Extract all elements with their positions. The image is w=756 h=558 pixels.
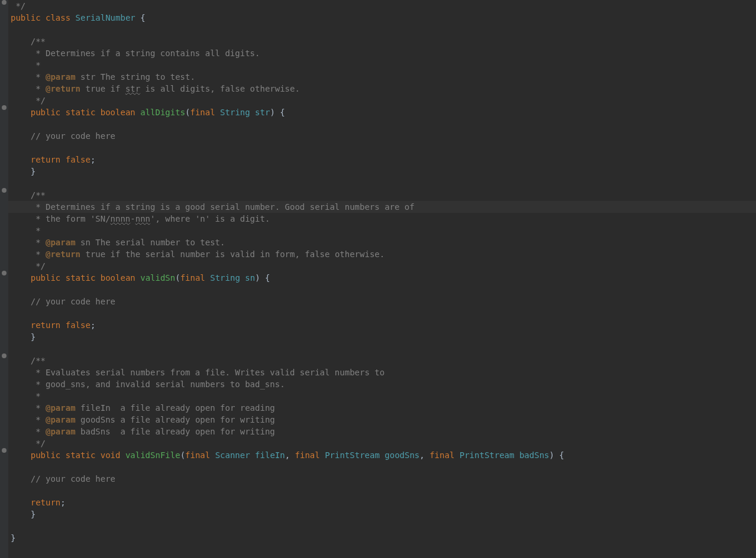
code-token: * [31, 226, 41, 235]
code-line[interactable]: * Determines if a string contains all di… [8, 47, 756, 59]
code-token: /** [31, 356, 46, 365]
code-token: @param [46, 72, 76, 82]
code-token: * Determines if a string is a good seria… [31, 202, 415, 212]
gutter-marker-icon[interactable] [2, 0, 7, 5]
code-line[interactable]: * @param badSns a file already open for … [8, 426, 756, 437]
gutter-marker-icon[interactable] [2, 271, 7, 275]
code-token: str [255, 108, 270, 117]
code-token [135, 108, 140, 117]
code-line[interactable]: * the form 'SN/nnnn-nnn', where 'n' is a… [8, 213, 756, 225]
code-line[interactable]: * @return true if the serial number is v… [8, 248, 756, 260]
code-token: , [285, 450, 295, 460]
code-token: static [66, 273, 96, 283]
code-token: ; [91, 320, 95, 330]
code-token: ; [60, 498, 65, 507]
code-token: ( [175, 273, 180, 283]
code-line[interactable] [8, 284, 756, 296]
code-token [210, 450, 215, 460]
code-line[interactable]: * @param str The string to test. [8, 71, 756, 83]
code-token: is all digits, false otherwise. [140, 84, 300, 93]
code-line[interactable] [8, 520, 756, 532]
code-token: - [130, 214, 135, 223]
code-token [240, 273, 245, 283]
code-line[interactable]: * @return true if str is all digits, fal… [8, 83, 756, 95]
gutter-marker-icon[interactable] [2, 448, 7, 453]
code-line[interactable]: public class SerialNumber { [8, 12, 756, 24]
code-token [120, 450, 125, 460]
code-token: * [31, 415, 46, 424]
code-token: /** [31, 190, 46, 200]
code-line[interactable]: return false; [8, 319, 756, 331]
code-token: badSns a file already open for writing [76, 427, 275, 436]
code-line[interactable]: * [8, 59, 756, 71]
code-line[interactable] [8, 485, 756, 497]
code-line[interactable]: } [8, 532, 756, 544]
code-token: false [66, 320, 91, 330]
code-line[interactable]: * @param goodSns a file already open for… [8, 414, 756, 426]
editor-gutter[interactable] [0, 0, 8, 558]
code-token: boolean [101, 108, 135, 117]
code-line[interactable]: */ [8, 0, 756, 12]
code-token: PrintStream [325, 450, 380, 460]
code-line[interactable]: */ [8, 260, 756, 272]
code-line[interactable]: /** [8, 189, 756, 201]
code-line[interactable] [8, 177, 756, 189]
code-token: boolean [101, 273, 135, 283]
code-line[interactable]: /** [8, 355, 756, 366]
code-line[interactable] [8, 343, 756, 355]
code-line[interactable]: public static boolean allDigits(final St… [8, 106, 756, 118]
code-line[interactable]: */ [8, 95, 756, 106]
code-token: ; [91, 155, 95, 164]
code-line[interactable]: * good_sns, and invalid serial numbers t… [8, 378, 756, 390]
code-line[interactable]: } [8, 508, 756, 520]
code-token: nnnn [111, 214, 131, 223]
code-line[interactable]: /** [8, 35, 756, 47]
code-token: fileIn [255, 450, 285, 460]
code-token [60, 450, 65, 460]
code-token: { [135, 13, 146, 22]
code-line[interactable]: */ [8, 437, 756, 449]
code-token: ', where 'n' is a digit. [150, 214, 270, 223]
code-token [60, 155, 65, 164]
gutter-marker-icon[interactable] [2, 353, 7, 358]
code-line[interactable] [8, 142, 756, 154]
code-token: public [31, 273, 61, 283]
code-line[interactable] [8, 24, 756, 35]
code-line[interactable]: // your code here [8, 130, 756, 142]
code-line[interactable]: * @param sn The serial number to test. [8, 236, 756, 248]
code-line[interactable]: return; [8, 497, 756, 508]
code-token: final [180, 273, 205, 283]
code-line[interactable]: * [8, 390, 756, 402]
code-line[interactable]: * @param fileIn a file already open for … [8, 402, 756, 414]
code-token: public [11, 13, 41, 22]
code-token: public [31, 450, 61, 460]
code-line[interactable]: * Evaluates serial numbers from a file. … [8, 366, 756, 378]
code-token: @param [46, 403, 76, 413]
code-token: false [66, 155, 91, 164]
code-token: String [210, 273, 240, 283]
code-token: ) { [255, 273, 270, 283]
code-line[interactable]: } [8, 331, 756, 343]
code-line[interactable] [8, 461, 756, 473]
code-line[interactable]: // your code here [8, 473, 756, 485]
code-line[interactable]: return false; [8, 154, 756, 166]
code-token: */ [31, 439, 46, 448]
code-line[interactable] [8, 307, 756, 319]
code-editor-content[interactable]: */public class SerialNumber { /** * Dete… [8, 0, 756, 544]
code-token: final [190, 108, 215, 117]
code-line[interactable]: public static void validSnFile(final Sca… [8, 449, 756, 461]
code-token: * [31, 427, 46, 436]
code-line[interactable]: // your code here [8, 296, 756, 307]
code-line[interactable]: public static boolean validSn(final Stri… [8, 272, 756, 284]
code-token: allDigits [140, 108, 185, 117]
code-token: SerialNumber [76, 13, 135, 22]
code-token: true if the serial number is valid in fo… [80, 249, 385, 259]
code-line[interactable]: * Determines if a string is a good seria… [8, 201, 756, 213]
code-line[interactable]: } [8, 166, 756, 177]
gutter-marker-icon[interactable] [2, 105, 7, 110]
gutter-marker-icon[interactable] [2, 188, 7, 193]
code-line[interactable] [8, 118, 756, 130]
code-token [215, 108, 220, 117]
code-token [454, 450, 459, 460]
code-line[interactable]: * [8, 225, 756, 236]
